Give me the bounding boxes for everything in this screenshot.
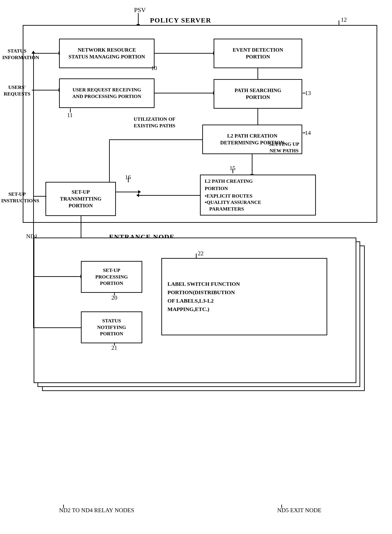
ref-12: 12 — [341, 16, 347, 23]
network-resource-box: NETWORK RESOURCESTATUS MANAGING PORTION — [59, 39, 154, 68]
psv-label: PSV — [134, 6, 146, 14]
l2-path-creating-box: L2 PATH CREATING PORTION •EXPLICIT ROUTE… — [200, 175, 316, 215]
network-to-event-arrow — [154, 53, 214, 54]
utilization-label: UTILIZATION OFEXISTING PATHS — [130, 116, 180, 129]
setup-h-connect — [33, 196, 46, 197]
setup-transmitting-box: SET-UPTRANSMITTINGPORTION — [46, 182, 116, 216]
psv-arrow — [138, 13, 139, 24]
users-requests-arrow — [32, 90, 59, 90]
ref-10: 10 — [151, 65, 157, 72]
status-notify-up — [33, 53, 34, 327]
nd5-tick — [281, 505, 282, 508]
status-notify-left — [33, 327, 81, 328]
label-switch-box: LABEL SWITCH FUNCTION PORTION(DISTRIBUTI… — [161, 258, 327, 335]
l2creation-to-creating-arrow — [252, 154, 252, 175]
setup-processing-box: SET-UPPROCESSINGPORTION — [81, 261, 142, 293]
ref-13-tick — [303, 93, 305, 94]
status-info-arrow — [32, 53, 59, 54]
policy-server-title: POLICY SERVER — [150, 16, 211, 24]
nd5-label: ND5 EXIT NODE — [277, 507, 322, 514]
ref-22-tick — [196, 253, 196, 258]
user-request-box: USER REQUEST RECEIVINGAND PROCESSING POR… — [59, 78, 154, 108]
nd2-tick — [63, 505, 64, 508]
creating-to-setup-arrow — [139, 195, 201, 196]
left-to-entrance-arrow — [33, 276, 81, 277]
ref-21-tick — [114, 343, 115, 346]
ref-15-tick — [233, 169, 233, 173]
path-searching-box: PATH SEARCHINGPORTION — [214, 79, 302, 109]
ref-11: 11 — [67, 112, 73, 119]
user-to-path-arrow — [154, 93, 214, 94]
diagram: PSV POLICY SERVER 12 STATUSINFORMATION N… — [0, 0, 392, 534]
users-requests-label: USERS'REQUESTS — [2, 84, 32, 97]
setup-instructions-label: SET-UPINSTRUCTIONS — [1, 191, 33, 204]
status-notifying-box: STATUSNOTIFYINGPORTION — [81, 311, 142, 343]
ref-11-tick — [70, 108, 71, 112]
connect-dot — [81, 238, 81, 238]
l2-left-arrow — [109, 139, 202, 140]
ref-20-tick — [114, 293, 115, 295]
ref-14-tick — [303, 132, 305, 133]
event-detection-box: EVENT DETECTIONPORTION — [214, 39, 302, 68]
status-information-label: STATUSINFORMATION — [2, 48, 32, 61]
nd2-nd4-label: ND2 TO ND4 RELAY NODES — [59, 507, 134, 514]
ref-22: 22 — [198, 250, 204, 257]
ref-14: 14 — [305, 130, 311, 136]
setting-up-label: SETTING UPNEW PATHS — [261, 141, 307, 154]
ref-13: 13 — [305, 90, 311, 97]
ref-16-tick — [128, 178, 129, 182]
